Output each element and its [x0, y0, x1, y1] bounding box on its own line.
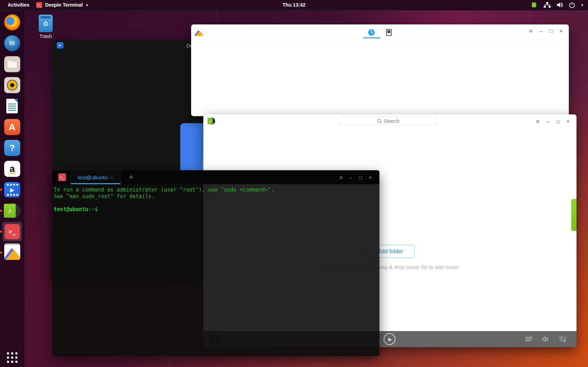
terminal-line: See "man sudo_root" for details. [54, 193, 154, 200]
close-button[interactable]: × [558, 28, 564, 34]
search-icon [377, 119, 382, 123]
trash-label: Trash [35, 33, 56, 39]
running-indicator [0, 252, 2, 254]
volume-icon[interactable] [556, 2, 563, 8]
movie-icon: ▶ [4, 182, 20, 197]
music-titlebar[interactable]: ♪ Search ≡ – □ × [203, 114, 576, 128]
timeline-view-tab[interactable] [368, 29, 375, 36]
dock-item-help[interactable]: ? [2, 140, 22, 156]
running-indicator [0, 210, 2, 212]
terminal-tabbar[interactable]: >_ test@ubuntu: ~ + ≡ – □ × [52, 170, 379, 184]
search-placeholder: Search [384, 118, 399, 124]
system-menu-caret-icon[interactable]: ▾ [581, 3, 583, 7]
thunderbird-icon: ✉ [4, 35, 20, 51]
menu-icon[interactable]: ≡ [535, 118, 541, 124]
play-mode-icon[interactable] [525, 336, 533, 342]
active-tab-underline [71, 183, 120, 184]
terminal-icon: >_ [58, 173, 66, 181]
app-menu[interactable]: >_ Deepin Terminal ▾ [36, 2, 88, 8]
active-tab-underline [363, 37, 380, 38]
chevron-down-icon: ▾ [86, 3, 88, 7]
maximize-button[interactable]: □ [358, 174, 363, 180]
music-icon: ♪ [208, 117, 215, 125]
prompt-symbol: $ [95, 206, 98, 212]
trash-shortcut[interactable]: ♻ Trash [35, 15, 56, 39]
terminal-tab-title: test@ubuntu: ~ [78, 174, 113, 180]
music-tray-icon[interactable]: ♪ [532, 2, 538, 8]
minimize-button[interactable]: – [538, 28, 544, 34]
power-icon[interactable] [569, 2, 575, 8]
note-icon: ♪ [571, 199, 576, 231]
viewer-titlebar[interactable]: ≡ – □ × [191, 24, 569, 40]
terminal-icon: >_ [5, 224, 20, 239]
help-icon: ? [4, 140, 20, 156]
app-menu-label: Deepin Terminal [45, 2, 83, 8]
clock-label[interactable]: Thu 13:42 [282, 2, 305, 8]
prompt-user-host: test@ubuntu [54, 206, 88, 212]
dock-item-image-viewer[interactable] [2, 244, 22, 261]
minimize-button[interactable]: – [348, 174, 354, 180]
terminal-line: To run a command as administrator (user … [54, 187, 274, 193]
minimize-button[interactable]: – [545, 118, 551, 124]
amazon-icon: a [4, 161, 20, 177]
album-view-tab[interactable] [385, 29, 393, 36]
menu-icon[interactable]: ≡ [338, 174, 344, 180]
dock-item-libreoffice-writer[interactable] [2, 98, 22, 114]
dock-item-deepin-music[interactable]: ♪ [2, 202, 22, 219]
maximize-button[interactable]: □ [548, 28, 554, 34]
note-icon: ♪ [532, 2, 536, 7]
playlist-icon[interactable] [559, 336, 567, 342]
dock-item-thunderbird[interactable]: ✉ [2, 35, 22, 52]
desktop: Activities >_ Deepin Terminal ▾ Thu 13:4… [0, 0, 588, 367]
activities-button[interactable]: Activities [6, 1, 31, 8]
terminal-icon: >_ [36, 2, 42, 8]
dock-item-deepin-movie[interactable]: ▶ [2, 181, 22, 198]
image-viewer-icon [4, 245, 20, 260]
software-icon: A [4, 119, 20, 135]
network-icon[interactable] [544, 2, 551, 8]
terminal-output[interactable]: To run a command as administrator (user … [52, 184, 379, 212]
dock-item-amazon[interactable]: a [2, 160, 22, 177]
rhythmbox-icon [4, 77, 20, 93]
search-input[interactable]: Search [339, 117, 437, 125]
top-bar: Activities >_ Deepin Terminal ▾ Thu 13:4… [0, 0, 588, 10]
play-button[interactable]: ▶ [384, 333, 395, 345]
terminal-window: >_ test@ubuntu: ~ + ≡ – □ × To run a com… [52, 170, 379, 356]
running-indicator [0, 189, 2, 191]
running-indicator [0, 231, 2, 233]
dock-item-rhythmbox[interactable] [2, 77, 22, 93]
dock-item-deepin-terminal[interactable]: >_ [2, 222, 22, 241]
close-button[interactable]: × [368, 174, 373, 180]
firefox-icon [4, 14, 20, 30]
music-icon: ♪ [4, 203, 21, 219]
dock-item-firefox[interactable] [2, 14, 22, 31]
music-app-logo: ♪ [571, 198, 576, 231]
volume-icon[interactable] [542, 336, 549, 342]
trash-icon: ♻ [39, 15, 53, 32]
new-tab-button[interactable]: + [123, 170, 139, 184]
terminal-tab[interactable]: test@ubuntu: ~ [70, 170, 121, 184]
image-viewer-window: ≡ – □ × [191, 24, 569, 116]
maximize-button[interactable]: □ [555, 118, 561, 124]
dock: ✉ A ? a ▶ ♪ >_ [0, 10, 24, 367]
clock: Thu 13:42 [0, 2, 588, 8]
dock-item-files[interactable] [2, 56, 22, 73]
files-icon [4, 56, 20, 72]
show-applications-button[interactable] [7, 352, 17, 363]
album-icon [386, 29, 392, 36]
writer-icon [4, 98, 20, 114]
menu-icon[interactable]: ≡ [528, 28, 534, 34]
dock-item-ubuntu-software[interactable]: A [2, 119, 22, 135]
close-button[interactable]: × [565, 118, 571, 124]
